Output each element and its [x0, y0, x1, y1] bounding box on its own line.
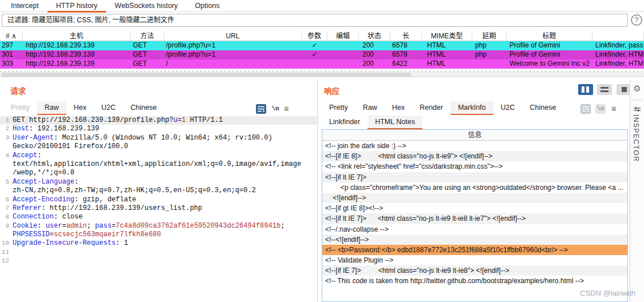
history-horizontal-scrollbar[interactable]: [0, 72, 644, 77]
response-panel-title: 响应: [324, 85, 339, 96]
column-header-MIME类型[interactable]: MIME类型: [422, 31, 472, 41]
cell-comment: Linkfinder, pass: [595, 41, 644, 50]
line-text: GET http://192.168.239.139/profile.php?u…: [9, 116, 223, 124]
response-subtab-html-notes[interactable]: HTML Notes: [368, 116, 422, 129]
scrollbar-thumb[interactable]: [1, 73, 411, 77]
tab-options[interactable]: Options: [187, 1, 228, 13]
collapse-panel-icon[interactable]: [633, 104, 641, 114]
cell-params: ✓: [302, 41, 327, 50]
history-filter-bar[interactable]: 过滤器: 隐藏范围项目; CSS, 图片, 一般隐藏二进制文件: [2, 14, 628, 27]
response-tab-pretty[interactable]: Pretty: [322, 101, 355, 115]
request-response-divider[interactable]: [317, 80, 318, 302]
request-tab-raw[interactable]: Raw: [37, 101, 66, 115]
html-comment-row[interactable]: <!--[if IE 7]> <html class="no-js lt-ie9…: [322, 265, 627, 276]
response-tab-markinfo[interactable]: MarkInfo: [451, 101, 493, 115]
column-header-# ∧[interactable]: # ∧: [0, 31, 23, 41]
request-tab-pretty[interactable]: Pretty: [3, 101, 37, 115]
newline-toggle-icon[interactable]: \n: [270, 104, 281, 114]
line-number: 12: [0, 257, 9, 265]
password-comment-row[interactable]: <!-- <b>Password:</b> edbd1887e772e13c25…: [322, 245, 627, 255]
cell-params: [302, 59, 327, 69]
cell-status: 200: [362, 50, 388, 59]
line-number: 11: [0, 248, 9, 257]
cell-mime: HTML: [427, 41, 470, 50]
html-comment-row[interactable]: <!--<![endif]-->: [322, 235, 627, 245]
response-tab-chinese[interactable]: Chinese: [523, 101, 564, 115]
response-tab-render[interactable]: Render: [412, 101, 451, 115]
response-menu-icon[interactable]: ≡: [611, 104, 616, 114]
cell-ext: php: [475, 41, 505, 50]
sidebar-divider: [631, 100, 643, 100]
layout-single-button[interactable]: [617, 84, 631, 95]
response-tab-raw[interactable]: Raw: [355, 101, 385, 115]
cell-host: http://192.168.239.139: [26, 50, 129, 59]
column-header-长[interactable]: 长: [390, 31, 422, 41]
html-comment-row[interactable]: <!--[if gt IE 8]><!-->: [322, 203, 627, 213]
response-subtab-linkfinder[interactable]: Linkfinder: [322, 116, 368, 129]
column-header-状态[interactable]: 状态: [359, 31, 390, 41]
html-comment-row[interactable]: <!--[if IE 8]> <html class="no-js lt-ie9…: [322, 151, 627, 161]
column-header-延期[interactable]: 延期: [472, 31, 507, 41]
html-comment-row[interactable]: <!-- join the dark side :) -->: [322, 141, 627, 151]
html-comment-row[interactable]: <p class="chromeframe">You are using an …: [322, 182, 627, 193]
help-icon[interactable]: ?: [631, 14, 642, 26]
request-editor[interactable]: 1GET http://192.168.239.139/profile.php?…: [0, 116, 317, 302]
column-header-URL[interactable]: URL: [164, 31, 302, 41]
newline-toggle-icon-disabled[interactable]: \n: [595, 104, 606, 114]
response-tab-hex[interactable]: Hex: [385, 101, 412, 115]
line-number: 9: [0, 222, 9, 231]
cell-mime: HTML: [427, 59, 470, 69]
cell-host: http://192.168.239.139: [26, 59, 129, 69]
cell-length: 6578: [392, 41, 420, 50]
wrap-lines-icon[interactable]: [256, 104, 266, 114]
html-comment-row[interactable]: <!--[if lt IE 7]>: [322, 172, 627, 182]
history-table: 297http://192.168.239.139GET/profile.php…: [0, 41, 644, 69]
column-header-comment[interactable]: [592, 31, 644, 41]
cell-ext: [475, 59, 505, 69]
request-line: /webp,*/*;q=0.8: [0, 169, 317, 177]
request-tab-hex[interactable]: Hex: [66, 101, 94, 115]
inspector-tab[interactable]: INSPECTOR: [632, 114, 640, 162]
request-menu-icon[interactable]: ≡: [284, 104, 289, 114]
cell-comment: Linkfinder, HTM: [595, 50, 644, 59]
cell-length: 6422: [392, 59, 420, 69]
response-tab-u2c[interactable]: U2C: [493, 101, 523, 115]
request-line: 7Referer: http://192.168.239.139/users_l…: [0, 204, 317, 213]
info-column-header[interactable]: 信息: [322, 130, 627, 141]
line-text: Accept-Language:: [9, 178, 78, 186]
column-header-编辑[interactable]: 编辑: [327, 31, 359, 41]
tab-websockets-history[interactable]: WebSockets history: [106, 1, 186, 13]
html-comment-row[interactable]: <!-- <link rel="stylesheet" href="css/da…: [322, 161, 627, 172]
column-header-主机[interactable]: 主机: [23, 31, 131, 41]
request-line: 3User-Agent: Mozilla/5.0 (Windows NT 10.…: [0, 134, 317, 142]
line-text: Referer: http://192.168.239.139/users_li…: [9, 204, 202, 212]
request-tab-u2c[interactable]: U2C: [94, 101, 123, 115]
table-row[interactable]: 297http://192.168.239.139GET/profile.php…: [0, 41, 644, 50]
gear-icon[interactable]: ⚙: [630, 84, 644, 94]
line-text: Accept-Encoding: gzip, deflate: [9, 196, 136, 204]
column-header-方法[interactable]: 方法: [131, 31, 164, 41]
table-row[interactable]: 303http://192.168.239.139GET/2006422HTML…: [0, 59, 644, 69]
request-tab-chinese[interactable]: Chinese: [123, 101, 164, 115]
request-line: PHPSESSID=scsecjc563mqaeir7lfkh8e680: [0, 231, 317, 239]
html-comment-row[interactable]: <!--[if lt IE 7]> <html class="no-js lt-…: [322, 213, 627, 224]
line-number: 8: [0, 213, 9, 221]
layout-side-by-side-button[interactable]: [578, 84, 593, 95]
cell-method: GET: [133, 50, 161, 59]
html-comment-row[interactable]: <!--/.nav-collapse -->: [322, 224, 627, 235]
column-header-标题[interactable]: 标题: [507, 31, 592, 41]
inspector-sidebar: ⚙ INSPECTOR: [630, 80, 644, 302]
tab-intercept[interactable]: Intercept: [2, 1, 48, 13]
layout-stacked-button[interactable]: [597, 84, 612, 95]
table-row[interactable]: 301http://192.168.239.139GET/profile.php…: [0, 50, 644, 59]
html-comment-row[interactable]: <!-- This code is taken from http://twit…: [322, 276, 627, 286]
wrap-lines-icon-disabled[interactable]: [580, 104, 591, 114]
cell-title: Profile of Gemini: [509, 50, 592, 59]
html-comment-row[interactable]: <!-- Validate Plugin -->: [322, 255, 627, 265]
html-comment-row[interactable]: <![endif]-->: [322, 193, 627, 203]
watermark: CSDN @lainwith: [580, 289, 635, 297]
cell-url: /profile.php?u=1: [166, 41, 298, 50]
column-header-参数[interactable]: 参数: [302, 31, 327, 41]
tab-http-history[interactable]: HTTP history: [48, 1, 106, 13]
line-number: 6: [0, 196, 9, 204]
